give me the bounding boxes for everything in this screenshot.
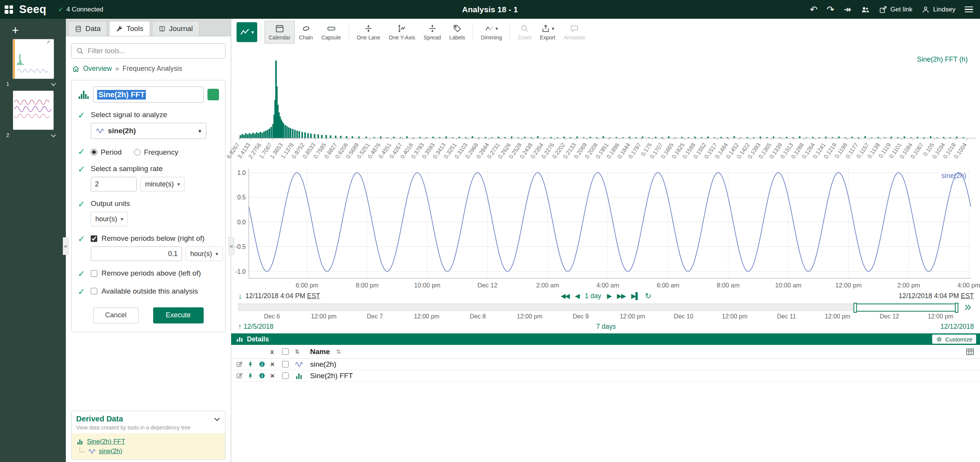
toolbar-one-lane-button[interactable]: One Lane [353, 21, 385, 44]
derived-item-link[interactable]: Sine(2h) FFT [87, 438, 125, 446]
breadcrumb-overview-link[interactable]: Overview [83, 65, 112, 73]
svg-text:12:00 pm: 12:00 pm [835, 282, 862, 289]
color-swatch-button[interactable] [207, 89, 219, 100]
edit-item-icon[interactable] [236, 361, 243, 368]
row-checkbox[interactable] [282, 361, 289, 367]
toolbar-capsule-button[interactable]: Capsule [317, 21, 345, 44]
worksheet-thumbnail-1[interactable] [13, 39, 54, 78]
display-range-end[interactable]: 12/12/2018 4:04 PM EST [898, 292, 974, 300]
collapse-tools-panel-handle[interactable]: « [229, 237, 234, 255]
worksheet-2-chevron-down-icon[interactable] [51, 132, 56, 137]
add-column-icon[interactable] [965, 347, 975, 356]
display-range-start[interactable]: 12/11/2018 4:04 PM EST [245, 292, 320, 300]
period-radio[interactable]: Period [91, 148, 122, 157]
range-step-label[interactable]: 1 day [585, 292, 601, 300]
investigate-start[interactable]: ↑ 12/5/2018 [238, 322, 273, 331]
fft-chart[interactable]: 6.82673.41332.27561.70671.36531.13780.97… [238, 47, 975, 167]
filter-tools-input[interactable] [71, 43, 225, 59]
range-start-arrow-icon[interactable]: ↓ [238, 292, 242, 300]
user-menu[interactable]: Lindsey [921, 5, 956, 14]
details-row-sine-2h-[interactable]: ×sine(2h) [231, 359, 980, 370]
step-forward-fast-button[interactable]: ▶▶ [617, 292, 626, 300]
timebar-selection-brush[interactable] [854, 304, 957, 312]
app-grid-icon[interactable] [5, 5, 13, 14]
tab-tools[interactable]: Tools [109, 21, 150, 36]
remove-below-unit-dropdown[interactable]: hour(s)▾ [186, 247, 223, 261]
name-column-header[interactable]: Name⇅ [310, 348, 980, 356]
timebar-track[interactable] [238, 304, 958, 311]
info-icon[interactable] [258, 372, 266, 379]
derived-item-sine-2h-fft: Sine(2h) FFT [76, 438, 220, 446]
edit-item-icon[interactable] [236, 372, 243, 380]
investigate-end[interactable]: 12/12/2018 [940, 323, 974, 331]
details-icon [236, 335, 243, 343]
step-back-button[interactable]: ◀ [575, 292, 579, 300]
breadcrumb-current: Frequency Analysis [122, 65, 182, 73]
forward-all-icon[interactable]: ↠ [844, 5, 851, 14]
row-checkbox[interactable] [282, 372, 289, 379]
output-unit-dropdown[interactable]: hour(s)▾ [91, 212, 128, 226]
brush-right-handle[interactable] [955, 303, 958, 313]
svg-text:0.0: 0.0 [237, 219, 246, 225]
derived-data-panel: Derived Data View data created by tools … [71, 411, 225, 460]
sampling-rate-input[interactable] [91, 177, 137, 191]
tools-panel: Data Tools Journal Overview » Frequency … [66, 19, 231, 462]
remove-column-header[interactable]: x [270, 348, 282, 356]
toolbar-labels-button[interactable]: Labels [445, 21, 469, 44]
toolbar-dimming-button[interactable]: ▾Dimming [477, 21, 506, 44]
worksheet-thumbnail-2[interactable] [13, 91, 54, 130]
tool-name-input[interactable]: Sine(2h) FFT [93, 87, 204, 103]
capsule-icon [327, 24, 336, 33]
hamburger-menu-icon[interactable] [965, 7, 973, 13]
toolbar-spread-button[interactable]: Spread [420, 21, 445, 44]
auto-update-icon[interactable] [963, 304, 972, 311]
toolbar-export-button[interactable]: ▾Export [536, 21, 559, 44]
home-icon[interactable] [72, 65, 80, 73]
remove-item-icon[interactable]: × [270, 361, 274, 368]
users-icon[interactable] [861, 5, 870, 14]
remove-below-value-input[interactable] [91, 247, 182, 261]
frequency-radio[interactable]: Frequency [134, 148, 178, 157]
step-to-end-button[interactable]: ▶▌ [631, 292, 639, 300]
remove-below-checkbox[interactable]: Remove periods below (right of) [91, 234, 223, 243]
info-icon[interactable] [258, 361, 266, 368]
collapse-worksheet-panel-handle[interactable]: « [63, 237, 69, 255]
sort-by-type-icon[interactable]: ⇅ [295, 348, 310, 355]
step-forward-button[interactable]: ▶ [607, 292, 611, 300]
view-mode-button[interactable]: ▾ [237, 22, 257, 42]
svg-text:10:00 pm: 10:00 pm [414, 282, 441, 289]
svg-text:4:00 pm: 4:00 pm [957, 282, 980, 289]
cancel-button[interactable]: Cancel [93, 307, 139, 323]
step-back-fast-button[interactable]: ◀◀ [560, 292, 569, 300]
execute-button[interactable]: Execute [153, 307, 204, 323]
details-row-sine-2h-fft[interactable]: ×Sine(2h) FFT [231, 370, 980, 382]
toolbar-calendar-button[interactable]: Calendar [265, 21, 295, 44]
brush-left-handle[interactable] [854, 303, 857, 313]
new-worksheet-button[interactable]: + [10, 24, 21, 36]
undo-icon[interactable]: ↶ [810, 5, 817, 14]
get-link-button[interactable]: Get link [879, 5, 913, 14]
sine-chart[interactable]: 1.00.50.0-0.5-1.06:00 pm8:00 pm10:00 pmD… [231, 166, 975, 292]
signal-step-label: Select signal to analyze [91, 111, 219, 119]
customize-button[interactable]: Customize [932, 335, 976, 344]
refresh-icon[interactable]: ↻ [645, 291, 652, 300]
remove-item-icon[interactable]: × [270, 372, 274, 379]
toolbar-one-y-axis-button[interactable]: One Y-Axis [384, 21, 419, 44]
remove-above-checkbox[interactable]: Remove periods above (left of) [91, 269, 219, 278]
signal-select[interactable]: sine(2h) ▾ [91, 123, 206, 139]
tab-data[interactable]: Data [68, 21, 107, 36]
investigate-duration[interactable]: 7 days [596, 323, 616, 331]
journal-icon [158, 25, 166, 33]
sampling-unit-dropdown[interactable]: minute(s)▾ [140, 177, 185, 191]
derived-item-link[interactable]: sine(2h) [99, 447, 122, 455]
rocket-icon[interactable] [247, 361, 254, 368]
step-check-icon: ✓ [78, 234, 91, 261]
tab-journal[interactable]: Journal [152, 21, 199, 36]
available-outside-checkbox[interactable]: Available outside this analysis [91, 287, 219, 295]
redo-icon[interactable]: ↷ [827, 5, 835, 14]
worksheet-1-chevron-down-icon[interactable] [51, 81, 56, 86]
select-all-checkbox[interactable] [282, 348, 289, 355]
frequency-analysis-form: Sine(2h) FFT ✓ Select signal to analyze … [71, 80, 225, 332]
rocket-icon[interactable] [247, 372, 254, 380]
toolbar-chain-button[interactable]: Chain [295, 21, 317, 44]
